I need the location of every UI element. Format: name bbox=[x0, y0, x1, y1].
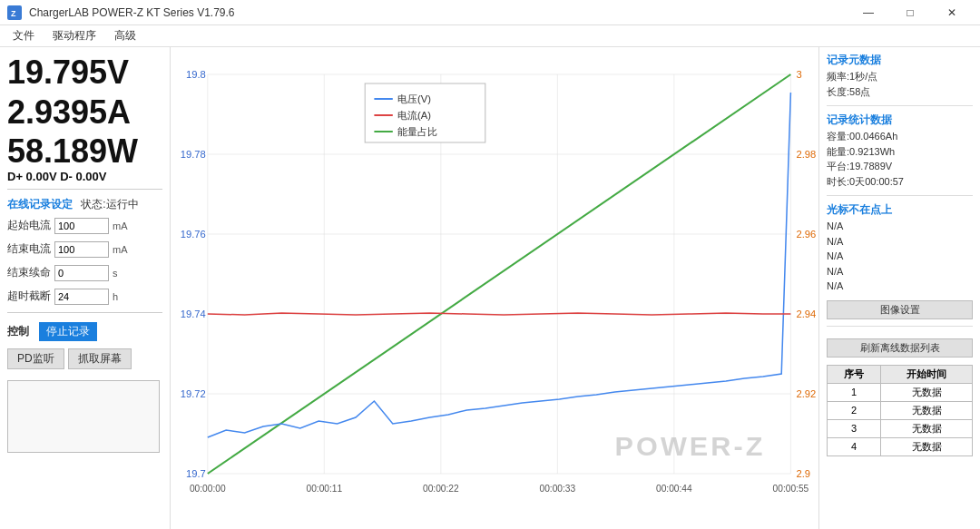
timeout-unit: h bbox=[113, 291, 118, 302]
end-current-row: 结束电流 mA bbox=[7, 241, 162, 258]
svg-text:Z: Z bbox=[11, 9, 16, 18]
table-header-time: 开始时间 bbox=[881, 365, 973, 383]
table-cell-time: 无数据 bbox=[881, 419, 973, 437]
table-cell-seq: 1 bbox=[828, 383, 881, 401]
title-controls: — □ ✕ bbox=[848, 0, 973, 25]
stats-energy: 能量:0.9213Wh bbox=[827, 144, 973, 160]
stats-capacity: 容量:00.0466Ah bbox=[827, 129, 973, 144]
cursor-val-1: N/A bbox=[827, 219, 973, 234]
current-display: 2.9395A bbox=[7, 94, 162, 131]
preview-box bbox=[7, 380, 160, 453]
meta-section: 记录元数据 频率:1秒/点 长度:58点 bbox=[827, 53, 973, 99]
svg-text:19.74: 19.74 bbox=[181, 309, 206, 319]
table-row: 3无数据 bbox=[828, 419, 973, 437]
status-running: 状态:运行中 bbox=[81, 198, 138, 211]
start-current-unit: mA bbox=[113, 220, 128, 231]
svg-text:00:00:33: 00:00:33 bbox=[540, 484, 576, 494]
svg-text:电压(V): 电压(V) bbox=[397, 93, 431, 104]
app-title: ChargerLAB POWER-Z KT Series V1.79.6 bbox=[29, 6, 235, 19]
refresh-btn-bar: 刷新离线数据列表 bbox=[827, 338, 973, 358]
timeout-label: 超时截断 bbox=[7, 289, 51, 304]
cursor-title: 光标不在点上 bbox=[827, 202, 973, 218]
svg-text:POWER-Z: POWER-Z bbox=[615, 431, 766, 461]
main-chart: 19.8 19.78 19.76 19.74 19.72 19.7 3 2.98… bbox=[171, 47, 818, 529]
cursor-val-4: N/A bbox=[827, 264, 973, 279]
close-button[interactable]: ✕ bbox=[931, 0, 973, 25]
stats-title: 记录统计数据 bbox=[827, 113, 973, 128]
control-label: 控制 bbox=[7, 324, 29, 339]
menu-file[interactable]: 文件 bbox=[4, 25, 44, 47]
svg-text:2.96: 2.96 bbox=[797, 229, 817, 240]
svg-text:2.92: 2.92 bbox=[797, 388, 817, 399]
cursor-section: 光标不在点上 N/A N/A N/A N/A N/A bbox=[827, 202, 973, 294]
svg-text:3: 3 bbox=[797, 69, 802, 80]
svg-text:2.94: 2.94 bbox=[797, 309, 817, 319]
svg-text:电流(A): 电流(A) bbox=[397, 110, 431, 121]
svg-text:19.76: 19.76 bbox=[181, 229, 206, 240]
svg-text:能量占比: 能量占比 bbox=[397, 126, 437, 137]
start-current-row: 起始电流 mA bbox=[7, 218, 162, 234]
table-cell-seq: 3 bbox=[828, 419, 881, 437]
svg-text:19.72: 19.72 bbox=[181, 388, 206, 399]
voltage-display: 19.795V bbox=[7, 54, 162, 91]
online-title: 在线记录设定 bbox=[7, 198, 73, 211]
menu-advanced[interactable]: 高级 bbox=[105, 25, 145, 47]
dp-dm-display: D+ 0.00V D- 0.00V bbox=[7, 170, 162, 183]
pd-monitor-button[interactable]: PD监听 bbox=[7, 348, 64, 369]
bottom-buttons: PD监听 抓取屏幕 bbox=[7, 348, 162, 369]
maximize-button[interactable]: □ bbox=[889, 0, 931, 25]
svg-text:00:00:22: 00:00:22 bbox=[423, 484, 459, 494]
svg-text:00:00:44: 00:00:44 bbox=[656, 484, 692, 494]
cursor-val-5: N/A bbox=[827, 279, 973, 294]
stats-duration: 时长:0天00:00:57 bbox=[827, 174, 973, 190]
meta-freq: 频率:1秒/点 bbox=[827, 69, 973, 84]
image-settings-button[interactable]: 图像设置 bbox=[827, 300, 973, 319]
table-header-seq: 序号 bbox=[828, 365, 881, 383]
main-content: 19.795V 2.9395A 58.189W D+ 0.00V D- 0.00… bbox=[0, 47, 980, 529]
power-display: 58.189W bbox=[7, 133, 162, 170]
svg-text:00:00:11: 00:00:11 bbox=[306, 484, 342, 494]
table-cell-seq: 2 bbox=[828, 401, 881, 419]
end-sustain-unit: s bbox=[113, 268, 118, 279]
svg-text:2.9: 2.9 bbox=[797, 468, 811, 479]
timeout-input[interactable] bbox=[54, 289, 109, 305]
end-current-unit: mA bbox=[113, 244, 128, 255]
svg-text:00:00:55: 00:00:55 bbox=[773, 484, 809, 494]
table-row: 2无数据 bbox=[828, 401, 973, 419]
table-cell-time: 无数据 bbox=[881, 383, 973, 401]
capture-screen-button[interactable]: 抓取屏幕 bbox=[68, 348, 132, 369]
minimize-button[interactable]: — bbox=[848, 0, 889, 25]
refresh-offline-button[interactable]: 刷新离线数据列表 bbox=[827, 338, 973, 358]
end-sustain-row: 结束续命 s bbox=[7, 265, 162, 281]
stats-section: 记录统计数据 容量:00.0466Ah 能量:0.9213Wh 平台:19.78… bbox=[827, 113, 973, 189]
end-current-label: 结束电流 bbox=[7, 241, 51, 257]
start-current-label: 起始电流 bbox=[7, 218, 51, 233]
svg-text:19.7: 19.7 bbox=[186, 468, 206, 479]
chart-area: 19.8 19.78 19.76 19.74 19.72 19.7 3 2.98… bbox=[171, 47, 818, 529]
left-panel: 19.795V 2.9395A 58.189W D+ 0.00V D- 0.00… bbox=[0, 47, 171, 529]
menu-driver[interactable]: 驱动程序 bbox=[44, 25, 105, 47]
online-section: 在线记录设定 状态:运行中 bbox=[7, 197, 162, 212]
table-row: 1无数据 bbox=[828, 383, 973, 401]
table-cell-time: 无数据 bbox=[881, 437, 973, 456]
title-bar-left: Z ChargerLAB POWER-Z KT Series V1.79.6 bbox=[7, 5, 235, 20]
meta-length: 长度:58点 bbox=[827, 84, 973, 100]
end-current-input[interactable] bbox=[54, 241, 109, 258]
stats-platform: 平台:19.7889V bbox=[827, 159, 973, 174]
timeout-row: 超时截断 h bbox=[7, 289, 162, 305]
meta-title: 记录元数据 bbox=[827, 53, 973, 68]
svg-text:19.8: 19.8 bbox=[186, 69, 206, 80]
table-cell-time: 无数据 bbox=[881, 401, 973, 419]
menu-bar: 文件 驱动程序 高级 bbox=[0, 25, 980, 47]
cursor-val-3: N/A bbox=[827, 249, 973, 264]
stop-record-button[interactable]: 停止记录 bbox=[39, 322, 97, 341]
app-icon: Z bbox=[7, 5, 22, 20]
end-sustain-input[interactable] bbox=[54, 265, 109, 281]
svg-text:19.78: 19.78 bbox=[181, 149, 206, 160]
end-sustain-label: 结束续命 bbox=[7, 265, 51, 280]
table-row: 4无数据 bbox=[828, 437, 973, 456]
cursor-val-2: N/A bbox=[827, 234, 973, 250]
right-panel: 记录元数据 频率:1秒/点 长度:58点 记录统计数据 容量:00.0466Ah… bbox=[818, 47, 980, 529]
start-current-input[interactable] bbox=[54, 218, 109, 234]
offline-data-table: 序号 开始时间 1无数据2无数据3无数据4无数据 bbox=[827, 365, 973, 456]
